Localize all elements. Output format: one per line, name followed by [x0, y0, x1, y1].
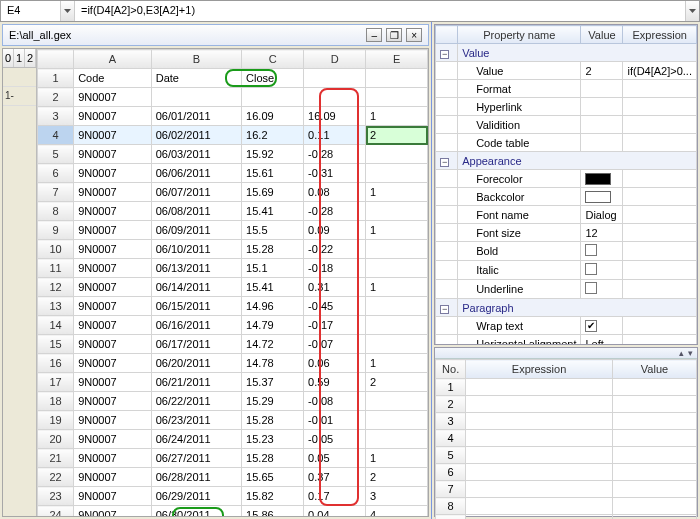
checkbox[interactable]	[585, 263, 597, 275]
row-header[interactable]: 10	[38, 240, 74, 259]
row-header[interactable]: 12	[38, 278, 74, 297]
cell[interactable]: 9N0007	[74, 240, 152, 259]
cell[interactable]	[366, 202, 428, 221]
cell[interactable]: 0.17	[304, 487, 366, 506]
cell[interactable]: 1	[366, 221, 428, 240]
prop-category-paragraph[interactable]: Paragraph	[458, 299, 697, 317]
expr-value-cell[interactable]	[612, 447, 696, 464]
cell[interactable]: 4	[366, 506, 428, 517]
cell[interactable]: 15.41	[242, 278, 304, 297]
cell[interactable]	[366, 69, 428, 88]
cell[interactable]: 9N0007	[74, 297, 152, 316]
cell[interactable]: 15.41	[242, 202, 304, 221]
cell[interactable]: 06/15/2011	[151, 297, 241, 316]
cell[interactable]: 3	[366, 487, 428, 506]
expr-cell[interactable]	[466, 481, 613, 498]
prop-value[interactable]	[581, 188, 623, 206]
cell[interactable]: 9N0007	[74, 392, 152, 411]
expr-cell[interactable]	[466, 430, 613, 447]
prop-value[interactable]	[581, 98, 623, 116]
cell[interactable]: -0.08	[304, 392, 366, 411]
prop-value[interactable]	[581, 261, 623, 280]
outline-collapse[interactable]: 1-	[3, 87, 36, 106]
cell[interactable]: -0.28	[304, 145, 366, 164]
outline-gutter[interactable]: 0 1 2 1- 1-	[3, 49, 37, 516]
collapse-toggle-icon[interactable]: −	[440, 50, 449, 59]
row-header[interactable]: 6	[38, 164, 74, 183]
expr-cell[interactable]	[466, 447, 613, 464]
cell[interactable]: 15.5	[242, 221, 304, 240]
cell[interactable]: 15.65	[242, 468, 304, 487]
cell[interactable]	[304, 69, 366, 88]
row-header[interactable]: 13	[38, 297, 74, 316]
cell[interactable]: 06/29/2011	[151, 487, 241, 506]
cell[interactable]: 9N0007	[74, 202, 152, 221]
cell[interactable]: -0.28	[304, 202, 366, 221]
cell[interactable]: 9N0007	[74, 183, 152, 202]
cell[interactable]: -0.22	[304, 240, 366, 259]
prop-expr[interactable]: if(D4[A2]>0...	[623, 62, 697, 80]
cell[interactable]: Date	[151, 69, 241, 88]
expr-value-cell[interactable]	[612, 464, 696, 481]
cell[interactable]: 15.61	[242, 164, 304, 183]
window-minimize-button[interactable]: –	[366, 28, 382, 42]
prop-value[interactable]: 2	[581, 62, 623, 80]
row-header[interactable]: 4	[38, 126, 74, 145]
cell[interactable]: 0.11	[304, 126, 366, 145]
cell[interactable]: 15.86	[242, 506, 304, 517]
cell[interactable]	[366, 259, 428, 278]
cell[interactable]	[151, 88, 241, 107]
col-header-A[interactable]: A	[74, 50, 152, 69]
cell[interactable]: 06/21/2011	[151, 373, 241, 392]
cell[interactable]: 9N0007	[74, 335, 152, 354]
cell[interactable]	[366, 335, 428, 354]
cell[interactable]: 14.78	[242, 354, 304, 373]
cell[interactable]: -0.01	[304, 411, 366, 430]
cell[interactable]: 06/27/2011	[151, 449, 241, 468]
prop-value[interactable]: ✔	[581, 317, 623, 335]
cell[interactable]	[366, 164, 428, 183]
cell[interactable]: 0.04	[304, 506, 366, 517]
cell[interactable]: -0.45	[304, 297, 366, 316]
row-header[interactable]: 11	[38, 259, 74, 278]
cell[interactable]: 06/10/2011	[151, 240, 241, 259]
prop-category-appearance[interactable]: Appearance	[458, 152, 697, 170]
checkbox[interactable]: ✔	[585, 320, 597, 332]
row-header[interactable]: 15	[38, 335, 74, 354]
collapse-toggle-icon[interactable]: −	[440, 305, 449, 314]
cell[interactable]: 1	[366, 107, 428, 126]
cell[interactable]: 06/02/2011	[151, 126, 241, 145]
prop-expr[interactable]	[623, 80, 697, 98]
prop-expr[interactable]	[623, 116, 697, 134]
row-header[interactable]: 9	[38, 221, 74, 240]
cell[interactable]: 06/01/2011	[151, 107, 241, 126]
prop-value[interactable]	[581, 170, 623, 188]
row-header[interactable]: 20	[38, 430, 74, 449]
cell[interactable]: 15.23	[242, 430, 304, 449]
cell[interactable]: 06/03/2011	[151, 145, 241, 164]
formula-dropdown[interactable]	[685, 1, 699, 21]
panel-up-icon[interactable]: ▴	[679, 348, 684, 358]
cell[interactable]: 9N0007	[74, 259, 152, 278]
spreadsheet-grid[interactable]: ABCDE 1CodeDateClose29N000739N000706/01/…	[37, 49, 428, 516]
cell[interactable]: 1	[366, 449, 428, 468]
cell[interactable]: 9N0007	[74, 221, 152, 240]
row-header[interactable]: 18	[38, 392, 74, 411]
cell[interactable]: 9N0007	[74, 506, 152, 517]
cell[interactable]: 06/16/2011	[151, 316, 241, 335]
cell[interactable]: 15.69	[242, 183, 304, 202]
outline-level-1[interactable]: 1	[14, 49, 25, 67]
row-header[interactable]: 23	[38, 487, 74, 506]
cell[interactable]: 0.08	[304, 183, 366, 202]
outline-level-0[interactable]: 0	[3, 49, 14, 67]
cell[interactable]	[366, 297, 428, 316]
cell[interactable]	[366, 392, 428, 411]
prop-expr[interactable]	[623, 134, 697, 152]
expr-cell[interactable]	[466, 498, 613, 515]
cell[interactable]: 16.09	[304, 107, 366, 126]
prop-value[interactable]	[581, 242, 623, 261]
expr-cell[interactable]	[466, 379, 613, 396]
cell[interactable]: 9N0007	[74, 354, 152, 373]
cell[interactable]: 9N0007	[74, 373, 152, 392]
cell[interactable]	[366, 430, 428, 449]
